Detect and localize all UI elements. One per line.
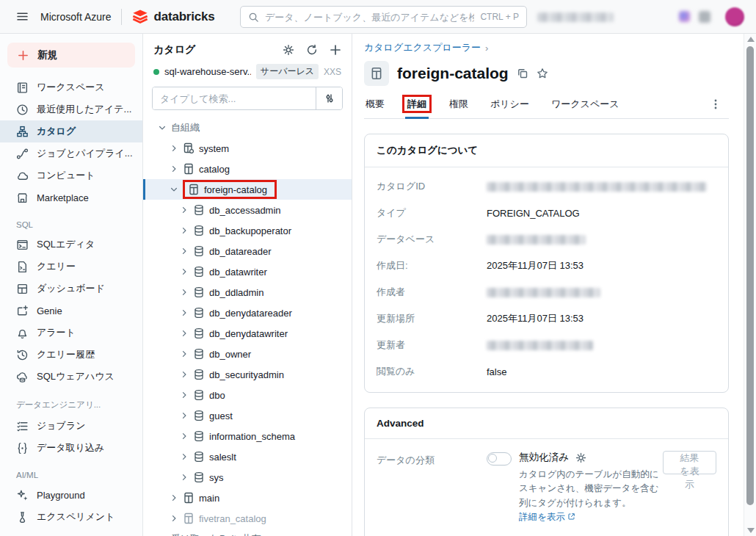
tree-row-schema[interactable]: db_ddladmin <box>143 282 352 303</box>
tree-row-schema[interactable]: guest <box>143 405 352 426</box>
warehouse-status-dot <box>153 69 159 75</box>
classification-settings-gear-icon[interactable] <box>575 452 586 463</box>
tab-overview[interactable]: 概要 <box>364 93 386 118</box>
chevron-right-icon[interactable] <box>180 432 189 441</box>
tree-row-schema[interactable]: saleslt <box>143 446 352 467</box>
global-search[interactable]: CTRL + P <box>240 6 527 28</box>
sidebar-item-job-runs[interactable]: ジョブラン <box>0 415 142 437</box>
tree-search-input[interactable] <box>153 87 316 109</box>
topbar-blurred-icon-2[interactable] <box>699 11 710 23</box>
sidebar-item-compute[interactable]: コンピュート <box>0 164 142 186</box>
chevron-right-icon[interactable] <box>180 247 189 256</box>
sidebar-item-workspace[interactable]: ワークスペース <box>0 76 142 98</box>
tab-details[interactable]: 詳細 <box>405 93 429 118</box>
tree-row-system[interactable]: system <box>143 138 352 159</box>
tree-row-schema[interactable]: db_accessadmin <box>143 200 352 220</box>
field-row-updated-at: 更新場所2025年11月07日 13:53 <box>365 305 728 332</box>
copy-icon[interactable] <box>517 68 528 79</box>
tree-row-schema[interactable]: db_backupoperator <box>143 220 352 241</box>
global-search-input[interactable] <box>265 12 474 23</box>
chevron-right-icon[interactable] <box>170 144 178 153</box>
sidebar-item-label: Playground <box>37 490 85 501</box>
sidebar-item-experiments[interactable]: エクスペリメント <box>0 506 142 528</box>
chevron-right-icon[interactable] <box>170 493 178 502</box>
tree-row-schema[interactable]: information_schema <box>143 426 352 446</box>
sidebar-item-label: SQLウェアハウス <box>37 370 115 383</box>
sidebar-item-sql-warehouses[interactable]: SQLウェアハウス <box>0 366 142 388</box>
scrollbar-down-arrow[interactable] <box>747 528 755 533</box>
chevron-right-icon[interactable] <box>180 473 189 482</box>
chevron-right-icon[interactable] <box>170 514 178 523</box>
show-details-link[interactable]: 詳細を表示 <box>519 512 565 522</box>
tree-row-delta-shares[interactable]: 受け取ったDelta共有 <box>143 529 352 536</box>
tab-policies[interactable]: ポリシー <box>489 93 531 118</box>
sidebar-item-marketplace[interactable]: Marketplace <box>0 186 142 209</box>
warehouse-name: sql-warehouse-serv... <box>164 66 251 77</box>
chevron-right-icon[interactable] <box>180 411 189 420</box>
tree-row-org[interactable]: 自組織 <box>143 117 352 138</box>
data-classification-toggle[interactable] <box>487 452 512 466</box>
tree-row-catalog[interactable]: catalog <box>143 159 352 179</box>
workspace-name-redacted[interactable] <box>537 12 614 22</box>
chevron-right-icon[interactable] <box>180 370 189 379</box>
chevron-right-icon[interactable] <box>180 206 189 214</box>
tab-workspaces[interactable]: ワークスペース <box>550 93 621 118</box>
sidebar-item-catalog[interactable]: カタログ <box>0 120 142 142</box>
chevron-right-icon[interactable] <box>180 308 189 317</box>
chevron-down-icon[interactable] <box>158 123 167 132</box>
tree-label: db_datareader <box>209 246 272 257</box>
catalog-settings-gear-icon[interactable] <box>283 44 294 56</box>
databricks-logo[interactable]: databricks <box>132 9 214 25</box>
scrollbar-thumb[interactable] <box>746 46 754 505</box>
chevron-down-icon[interactable] <box>170 185 178 194</box>
redacted-value <box>487 341 593 350</box>
chevron-right-icon[interactable] <box>180 288 189 297</box>
tree-row-schema[interactable]: db_owner <box>143 344 352 364</box>
breadcrumb-link-catalog-explorer[interactable]: カタログエクスプローラー <box>364 41 481 54</box>
warehouse-selector[interactable]: sql-warehouse-serv... サーバーレス XXS <box>143 58 352 85</box>
chevron-right-icon[interactable] <box>180 267 189 276</box>
refresh-icon[interactable] <box>306 44 318 56</box>
sidebar-item-alerts[interactable]: アラート <box>0 322 142 344</box>
sidebar-item-jobs-pipelines[interactable]: ジョブとパイプライ... <box>0 142 142 164</box>
vertical-scrollbar[interactable] <box>744 34 756 536</box>
tree-row-schema[interactable]: dbo <box>143 385 352 405</box>
tree-row-schema[interactable]: db_denydatareader <box>143 303 352 323</box>
sidebar-item-playground[interactable]: Playground <box>0 484 142 506</box>
chevron-right-icon[interactable] <box>170 164 178 173</box>
show-results-button[interactable]: 結果を表示 <box>663 451 716 474</box>
filter-sliders-icon[interactable] <box>316 87 342 109</box>
sidebar-item-recents[interactable]: 最近使用したアイテ... <box>0 98 142 120</box>
star-favorite-icon[interactable] <box>537 68 548 79</box>
tree-row-schema[interactable]: db_datareader <box>143 241 352 261</box>
chevron-right-icon[interactable] <box>180 391 189 399</box>
sidebar-item-genie[interactable]: Genie <box>0 300 142 322</box>
toggle-knob <box>488 454 497 463</box>
chevron-right-icon[interactable] <box>180 226 189 235</box>
user-avatar[interactable] <box>725 7 744 26</box>
topbar-blurred-icon-1[interactable] <box>679 11 690 22</box>
sidebar-item-queries[interactable]: クエリー <box>0 256 142 278</box>
chevron-right-icon[interactable] <box>180 329 189 338</box>
add-catalog-plus-icon[interactable] <box>330 44 341 56</box>
tab-permissions[interactable]: 権限 <box>448 93 470 118</box>
classification-description: カタログ内のテーブルが自動的にスキャンされ、機密データを含む列にタグが付けられま… <box>519 469 658 508</box>
tree-row-schema[interactable]: db_securityadmin <box>143 364 352 385</box>
new-button[interactable]: 新規 <box>7 43 135 68</box>
kebab-menu-icon[interactable] <box>710 98 722 110</box>
sidebar-item-dashboards[interactable]: ダッシュボード <box>0 278 142 300</box>
tree-row-main[interactable]: main <box>143 488 352 508</box>
hamburger-menu-icon[interactable] <box>16 10 29 23</box>
sidebar-item-sql-editor[interactable]: SQLエディタ <box>0 233 142 256</box>
chevron-right-icon[interactable] <box>180 350 189 358</box>
chevron-right-icon[interactable] <box>180 452 189 461</box>
sidebar-item-data-ingestion[interactable]: データ取り込み <box>0 437 142 459</box>
sidebar-item-query-history[interactable]: クエリー履歴 <box>0 344 142 366</box>
tree-row-foreign-catalog[interactable]: foreign-catalog <box>143 179 352 200</box>
tree-row-schema[interactable]: db_denydatawriter <box>143 323 352 344</box>
tree-row-schema[interactable]: sys <box>143 467 352 488</box>
scrollbar-up-arrow[interactable] <box>747 37 755 42</box>
tree-label: db_datawriter <box>209 267 267 278</box>
tree-row-fivetran-catalog[interactable]: fivetran_catalog <box>143 508 352 529</box>
tree-row-schema[interactable]: db_datawriter <box>143 261 352 282</box>
